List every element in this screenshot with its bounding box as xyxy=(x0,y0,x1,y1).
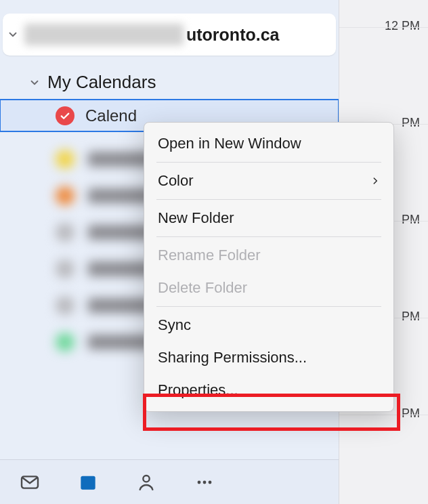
calendar-icon xyxy=(77,471,99,493)
time-label: PM xyxy=(402,213,420,227)
menu-item-label: Color xyxy=(158,172,194,190)
mail-nav-button[interactable] xyxy=(19,471,41,493)
menu-separator xyxy=(156,199,381,200)
calendar-group-header[interactable]: My Calendars xyxy=(0,61,339,100)
account-selector[interactable]: utoronto.ca xyxy=(3,14,336,56)
context-menu: Open in New WindowColorNew FolderRename … xyxy=(144,122,394,412)
more-icon xyxy=(194,471,215,493)
svg-point-6 xyxy=(209,480,212,484)
menu-item-open-in-new-window[interactable]: Open in New Window xyxy=(144,127,393,160)
menu-item-label: Sync xyxy=(158,316,191,334)
time-label: PM xyxy=(402,116,420,130)
chevron-down-icon xyxy=(7,28,19,41)
chevron-right-icon xyxy=(370,176,380,186)
account-name-redacted xyxy=(24,24,184,45)
menu-separator xyxy=(156,306,381,307)
calendar-check-icon[interactable] xyxy=(56,106,74,125)
menu-item-delete-folder: Delete Folder xyxy=(144,272,393,304)
svg-point-5 xyxy=(203,480,207,484)
menu-item-label: Rename Folder xyxy=(158,247,261,264)
calendar-color-dot xyxy=(56,186,74,205)
time-gridline xyxy=(339,415,428,415)
menu-item-label: Sharing Permissions... xyxy=(158,349,307,366)
svg-point-3 xyxy=(143,476,149,482)
time-gridline xyxy=(339,27,428,28)
mail-icon xyxy=(19,471,41,493)
group-title: My Calendars xyxy=(47,72,156,93)
more-nav-button[interactable] xyxy=(194,471,215,493)
chevron-down-icon xyxy=(28,77,41,89)
calendar-nav-button[interactable] xyxy=(77,471,99,493)
menu-separator xyxy=(156,162,381,163)
menu-item-new-folder[interactable]: New Folder xyxy=(144,202,393,234)
calendar-color-dot xyxy=(56,296,74,315)
people-icon xyxy=(135,471,157,493)
time-label: PM xyxy=(402,406,420,421)
calendar-color-dot xyxy=(56,223,74,242)
menu-item-sharing-permissions[interactable]: Sharing Permissions... xyxy=(144,341,393,374)
svg-point-4 xyxy=(198,480,201,484)
calendar-color-dot xyxy=(56,259,74,278)
menu-item-sync[interactable]: Sync xyxy=(144,309,393,341)
account-domain: utoronto.ca xyxy=(186,25,280,45)
menu-separator xyxy=(156,236,381,237)
time-label: 12 PM xyxy=(385,19,420,33)
svg-rect-1 xyxy=(81,476,95,489)
menu-item-rename-folder: Rename Folder xyxy=(144,239,393,272)
menu-item-properties[interactable]: Properties... xyxy=(144,374,393,406)
bottom-nav xyxy=(0,459,339,504)
calendar-color-dot xyxy=(56,150,74,169)
menu-item-color[interactable]: Color xyxy=(144,165,393,197)
people-nav-button[interactable] xyxy=(135,471,157,493)
calendar-color-dot xyxy=(56,333,74,352)
calendar-name: Calend xyxy=(85,106,137,125)
menu-item-label: Delete Folder xyxy=(158,279,247,297)
menu-item-label: Properties... xyxy=(158,381,238,399)
time-label: PM xyxy=(402,310,420,324)
menu-item-label: Open in New Window xyxy=(158,135,301,152)
menu-item-label: New Folder xyxy=(158,209,234,227)
